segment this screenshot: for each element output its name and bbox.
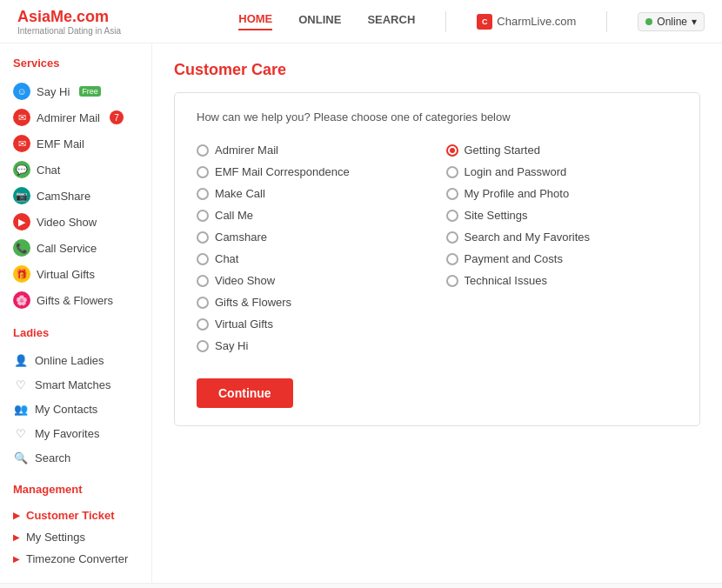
phone-icon: 📞: [13, 239, 30, 257]
category-login-password[interactable]: Login and Password: [446, 161, 679, 183]
radio-call-me[interactable]: [197, 210, 209, 222]
category-label-payment-costs: Payment and Costs: [465, 252, 563, 265]
online-label: Online: [657, 16, 687, 28]
radio-camshare[interactable]: [197, 231, 209, 244]
category-label-technical-issues: Technical Issues: [465, 274, 547, 287]
sidebar-item-search[interactable]: 🔍 Search: [13, 445, 138, 470]
sidebar-label-online-ladies: Online Ladies: [35, 354, 104, 367]
nav-online[interactable]: ONLINE: [298, 13, 341, 30]
radio-emf-mail[interactable]: [197, 166, 209, 178]
arrow-right-icon2: ▶: [13, 532, 20, 542]
category-search-favorites[interactable]: Search and My Favorites: [446, 226, 679, 248]
category-profile-photo[interactable]: My Profile and Photo: [446, 183, 679, 204]
radio-technical-issues[interactable]: [446, 275, 458, 287]
sidebar-label-my-favorites: My Favorites: [35, 427, 99, 440]
radio-getting-started[interactable]: [446, 144, 458, 157]
sidebar-item-camshare[interactable]: 📷 CamShare: [13, 183, 138, 209]
chat-icon: 💬: [13, 161, 30, 178]
mail-badge: 7: [110, 110, 124, 124]
category-label-video-show: Video Show: [215, 274, 275, 287]
sidebar-item-chat[interactable]: 💬 Chat: [13, 157, 138, 183]
sidebar-label-my-settings: My Settings: [26, 531, 85, 544]
category-label-search-favorites: Search and My Favorites: [465, 231, 591, 244]
arrow-right-icon: ▶: [13, 511, 20, 520]
footer: About Us News & Media Terms of Use Priva…: [0, 583, 722, 588]
logo: AsiaMe.com International Dating in Asia: [17, 8, 121, 36]
services-title: Services: [13, 57, 138, 70]
sidebar-item-call-service[interactable]: 📞 Call Service: [13, 235, 138, 261]
category-getting-started[interactable]: Getting Started: [446, 139, 679, 161]
gift-icon: 🎁: [13, 265, 30, 283]
radio-gifts-flowers[interactable]: [197, 297, 209, 309]
sidebar-item-my-contacts[interactable]: 👥 My Contacts: [13, 397, 138, 421]
radio-login-password[interactable]: [446, 166, 458, 178]
emf-icon: ✉: [13, 135, 30, 152]
main-content: Customer Care How can we help you? Pleas…: [152, 43, 722, 583]
arrow-right-icon3: ▶: [13, 554, 20, 564]
sidebar-item-virtual-gifts[interactable]: 🎁 Virtual Gifts: [13, 261, 138, 287]
category-virtual-gifts[interactable]: Virtual Gifts: [197, 313, 429, 335]
sidebar-label-smart-matches: Smart Matches: [35, 378, 110, 391]
nav-home[interactable]: HOME: [238, 12, 272, 30]
category-gifts-flowers[interactable]: Gifts & Flowers: [197, 291, 429, 313]
sidebar-label-call-service: Call Service: [37, 242, 97, 255]
category-technical-issues[interactable]: Technical Issues: [446, 270, 679, 291]
categories-left: Admirer Mail EMF Mail Correspondence Mak…: [197, 139, 429, 357]
radio-virtual-gifts[interactable]: [197, 318, 209, 331]
radio-make-call[interactable]: [197, 188, 209, 200]
sidebar-item-say-hi[interactable]: ☺ Say Hi Free: [13, 78, 138, 104]
chevron-down-icon: ▾: [692, 16, 697, 28]
sidebar-item-smart-matches[interactable]: ♡ Smart Matches: [13, 372, 138, 397]
category-label-gifts-flowers: Gifts & Flowers: [215, 296, 291, 309]
content-box: How can we help you? Please choose one o…: [174, 92, 700, 426]
continue-button[interactable]: Continue: [197, 378, 293, 408]
category-camshare[interactable]: Camshare: [197, 226, 429, 248]
sidebar-label-timezone-converter: Timezone Converter: [26, 552, 128, 565]
charm-label: CharmLive.com: [497, 15, 576, 28]
radio-payment-costs[interactable]: [446, 253, 458, 265]
sidebar-item-timezone-converter[interactable]: ▶ Timezone Converter: [13, 548, 138, 570]
sidebar-item-emf-mail[interactable]: ✉ EMF Mail: [13, 130, 138, 157]
sidebar-item-customer-ticket[interactable]: ▶ Customer Ticket: [13, 504, 138, 526]
radio-chat[interactable]: [197, 253, 209, 265]
category-chat[interactable]: Chat: [197, 248, 429, 270]
smile-icon: ☺: [13, 83, 30, 100]
management-title: Management: [13, 483, 138, 496]
radio-profile-photo[interactable]: [446, 188, 458, 200]
category-call-me[interactable]: Call Me: [197, 204, 429, 226]
category-make-call[interactable]: Make Call: [197, 183, 429, 204]
online-status[interactable]: Online ▾: [638, 12, 705, 31]
favorites-icon: ♡: [13, 425, 29, 441]
sidebar-item-my-favorites[interactable]: ♡ My Favorites: [13, 421, 138, 445]
video-icon: ▶: [13, 213, 30, 231]
category-video-show[interactable]: Video Show: [197, 270, 429, 291]
radio-site-settings[interactable]: [446, 210, 458, 222]
sidebar-item-video-show[interactable]: ▶ Video Show: [13, 209, 138, 235]
sidebar-label-customer-ticket: Customer Ticket: [26, 509, 115, 522]
radio-video-show[interactable]: [197, 275, 209, 287]
sidebar-item-admirer-mail[interactable]: ✉ Admirer Mail 7: [13, 104, 138, 130]
radio-admirer-mail[interactable]: [197, 144, 209, 157]
category-admirer-mail[interactable]: Admirer Mail: [197, 139, 429, 161]
category-say-hi[interactable]: Say Hi: [197, 335, 429, 357]
category-label-login-password: Login and Password: [465, 165, 567, 178]
radio-search-favorites[interactable]: [446, 231, 458, 244]
category-label-admirer-mail: Admirer Mail: [215, 144, 278, 157]
sidebar-item-gifts-flowers[interactable]: 🌸 Gifts & Flowers: [13, 287, 138, 313]
sidebar-item-my-settings[interactable]: ▶ My Settings: [13, 526, 138, 548]
sidebar-label-chat: Chat: [37, 164, 60, 177]
category-label-chat: Chat: [215, 252, 238, 265]
charm-icon: C: [477, 14, 492, 30]
category-emf-mail[interactable]: EMF Mail Correspondence: [197, 161, 429, 183]
nav-search[interactable]: SEARCH: [367, 13, 415, 30]
category-site-settings[interactable]: Site Settings: [446, 204, 679, 226]
logo-text: AsiaMe.com: [17, 8, 121, 26]
category-label-call-me: Call Me: [215, 209, 253, 222]
category-payment-costs[interactable]: Payment and Costs: [446, 248, 679, 270]
radio-say-hi[interactable]: [197, 340, 209, 352]
sidebar-item-online-ladies[interactable]: 👤 Online Ladies: [13, 348, 138, 372]
charm-live-link[interactable]: C CharmLive.com: [477, 14, 576, 30]
sidebar: Services ☺ Say Hi Free ✉ Admirer Mail 7 …: [0, 43, 152, 583]
category-label-make-call: Make Call: [215, 187, 265, 200]
flower-icon: 🌸: [13, 291, 30, 309]
